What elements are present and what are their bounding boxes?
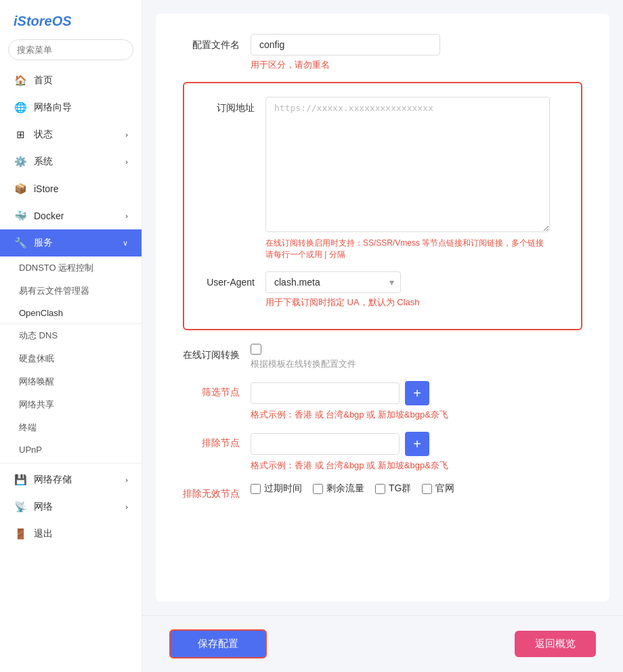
nav-divider: [0, 463, 142, 464]
subscription-url-label: 订阅地址: [198, 97, 265, 114]
user-agent-hint: 用于下载订阅时指定 UA，默认为 Clash: [265, 296, 567, 309]
user-agent-label: User-Agent: [198, 271, 265, 288]
filter-nodes-add-button[interactable]: +: [405, 381, 429, 405]
sidebar-item-docker[interactable]: 🐳 Docker ›: [0, 202, 142, 229]
user-agent-select[interactable]: clash.meta clash Clash: [265, 271, 401, 293]
exclude-nodes-hint: 格式示例：香港 或 台湾&bgp 或 新加坡&bgp&奈飞: [251, 460, 582, 472]
filter-nodes-input-row: +: [251, 381, 582, 405]
sidebar-item-disk-sleep[interactable]: 硬盘休眠: [0, 347, 142, 370]
chevron-right-icon: ›: [125, 131, 128, 139]
user-agent-row: User-Agent clash.meta clash Clash 用于下载订阅…: [198, 271, 567, 309]
sidebar-item-network-storage[interactable]: 💾 网络存储 ›: [0, 466, 142, 493]
sidebar-item-openclash[interactable]: OpenClash: [0, 303, 142, 324]
subscription-url-row: 订阅地址 https://xxxxx.xxxxxxxxxxxxxxxx 在线订阅…: [198, 97, 567, 261]
config-file-label: 配置文件名: [183, 34, 251, 51]
sidebar-item-terminal[interactable]: 终端: [0, 416, 142, 439]
subscription-url-hint: 在线订阅转换启用时支持：SS/SSR/Vmess 等节点链接和订阅链接，多个链接…: [265, 238, 550, 261]
sidebar-item-network[interactable]: 📡 网络 ›: [0, 493, 142, 520]
exclude-invalid-label: 排除无效节点: [183, 483, 251, 500]
exclude-tg-item[interactable]: TG群: [375, 483, 411, 495]
user-agent-select-wrapper: clash.meta clash Clash: [265, 271, 401, 293]
docker-icon: 🐳: [14, 209, 27, 223]
back-button[interactable]: 返回概览: [515, 631, 596, 657]
exclude-nodes-input[interactable]: [251, 433, 400, 455]
exclude-nodes-row: 排除节点 + 格式示例：香港 或 台湾&bgp 或 新加坡&bgp&奈飞: [183, 432, 582, 472]
online-convert-hint: 根据模板在线转换配置文件: [251, 358, 582, 370]
sidebar-item-label: 服务: [34, 237, 53, 249]
sidebar-item-label: 网络向导: [34, 102, 72, 114]
exclude-expired-checkbox[interactable]: [251, 484, 261, 494]
sidebar-item-network-guide[interactable]: 🌐 网络向导: [0, 94, 142, 121]
filter-nodes-row: 筛选节点 + 格式示例：香港 或 台湾&bgp 或 新加坡&bgp&奈飞: [183, 381, 582, 421]
exclude-nodes-control: + 格式示例：香港 或 台湾&bgp 或 新加坡&bgp&奈飞: [251, 432, 582, 472]
online-convert-row: 在线订阅转换 根据模板在线转换配置文件: [183, 344, 582, 370]
exclude-remaining-checkbox[interactable]: [313, 484, 323, 494]
filter-nodes-control: + 格式示例：香港 或 台湾&bgp 或 新加坡&bgp&奈飞: [251, 381, 582, 421]
filter-nodes-hint: 格式示例：香港 或 台湾&bgp 或 新加坡&bgp&奈飞: [251, 409, 582, 421]
exclude-remaining-label: 剩余流量: [326, 483, 364, 495]
exclude-invalid-row: 排除无效节点 过期时间 剩余流量 TG群: [183, 483, 582, 500]
filter-nodes-input[interactable]: [251, 382, 400, 404]
exclude-official-label: 官网: [435, 483, 454, 495]
exclude-nodes-label: 排除节点: [183, 432, 251, 449]
sidebar-item-label: Docker: [34, 210, 64, 221]
exclude-nodes-add-button[interactable]: +: [405, 432, 429, 456]
sidebar: iStoreOS 🏠 首页 🌐 网络向导 ⊞ 状态 › ⚙️ 系统 › 📦 iS…: [0, 0, 142, 672]
exclude-remaining-item[interactable]: 剩余流量: [313, 483, 364, 495]
online-convert-checkbox-row: [251, 344, 582, 355]
search-input[interactable]: [8, 39, 133, 60]
logout-icon: 🚪: [14, 527, 27, 541]
sidebar-item-upnp[interactable]: UPnP: [0, 439, 142, 460]
exclude-expired-label: 过期时间: [264, 483, 302, 495]
exclude-official-item[interactable]: 官网: [422, 483, 454, 495]
globe-icon: 🌐: [14, 101, 27, 114]
sidebar-item-ddnsto[interactable]: DDNSTO 远程控制: [0, 256, 142, 279]
exclude-nodes-input-row: +: [251, 432, 582, 456]
content-area: 配置文件名 用于区分，请勿重名 订阅地址 https://xxxxx.xxxxx…: [156, 14, 609, 602]
sidebar-item-dynamic-dns[interactable]: 动态 DNS: [0, 324, 142, 347]
exclude-tg-checkbox[interactable]: [375, 484, 385, 494]
exclude-expired-item[interactable]: 过期时间: [251, 483, 302, 495]
gear-icon: ⚙️: [14, 155, 27, 169]
config-file-control: 用于区分，请勿重名: [251, 34, 582, 71]
online-convert-label: 在线订阅转换: [183, 344, 251, 361]
sidebar-item-wake-on-lan[interactable]: 网络唤醒: [0, 370, 142, 393]
sidebar-item-label: 网络存储: [34, 474, 72, 486]
chevron-right-icon: ›: [125, 212, 128, 220]
services-icon: 🔧: [14, 236, 27, 250]
app-logo: iStoreOS: [0, 0, 142, 39]
sidebar-item-system[interactable]: ⚙️ 系统 ›: [0, 148, 142, 175]
grid-icon: ⊞: [14, 128, 27, 141]
user-agent-control: clash.meta clash Clash 用于下载订阅时指定 UA，默认为 …: [265, 271, 567, 309]
sidebar-item-home[interactable]: 🏠 首页: [0, 67, 142, 94]
exclude-tg-label: TG群: [389, 483, 411, 495]
sidebar-item-status[interactable]: ⊞ 状态 ›: [0, 121, 142, 148]
exclude-invalid-checkbox-group: 过期时间 剩余流量 TG群 官网: [251, 483, 582, 495]
exclude-official-checkbox[interactable]: [422, 484, 432, 494]
sidebar-item-net-share[interactable]: 网络共享: [0, 393, 142, 416]
save-button[interactable]: 保存配置: [169, 629, 267, 658]
chevron-down-icon: ∨: [123, 239, 128, 248]
storage-icon: 💾: [14, 473, 27, 487]
subscription-url-control: https://xxxxx.xxxxxxxxxxxxxxxx 在线订阅转换启用时…: [265, 97, 567, 261]
sidebar-item-services[interactable]: 🔧 服务 ∨: [0, 229, 142, 256]
config-file-input[interactable]: [251, 34, 440, 55]
chevron-right-icon: ›: [125, 503, 128, 511]
subscription-section: 订阅地址 https://xxxxx.xxxxxxxxxxxxxxxx 在线订阅…: [183, 82, 582, 330]
main-content: 配置文件名 用于区分，请勿重名 订阅地址 https://xxxxx.xxxxx…: [142, 0, 623, 672]
sidebar-item-istore[interactable]: 📦 iStore: [0, 175, 142, 202]
sidebar-item-label: iStore: [34, 183, 59, 194]
store-icon: 📦: [14, 182, 27, 196]
home-icon: 🏠: [14, 74, 27, 87]
sidebar-item-label: 首页: [34, 74, 53, 87]
sidebar-item-logout[interactable]: 🚪 退出: [0, 520, 142, 547]
bottom-bar: 保存配置 返回概览: [142, 615, 623, 672]
sidebar-item-label: 退出: [34, 528, 53, 540]
sidebar-nav: 🏠 首页 🌐 网络向导 ⊞ 状态 › ⚙️ 系统 › 📦 iStore 🐳 Do…: [0, 67, 142, 672]
online-convert-checkbox[interactable]: [251, 344, 261, 355]
sidebar-item-label: 系统: [34, 156, 53, 168]
network-icon: 📡: [14, 500, 27, 514]
config-file-hint: 用于区分，请勿重名: [251, 59, 582, 71]
sidebar-item-easycloud[interactable]: 易有云文件管理器: [0, 279, 142, 303]
subscription-url-input[interactable]: https://xxxxx.xxxxxxxxxxxxxxxx: [265, 97, 550, 232]
